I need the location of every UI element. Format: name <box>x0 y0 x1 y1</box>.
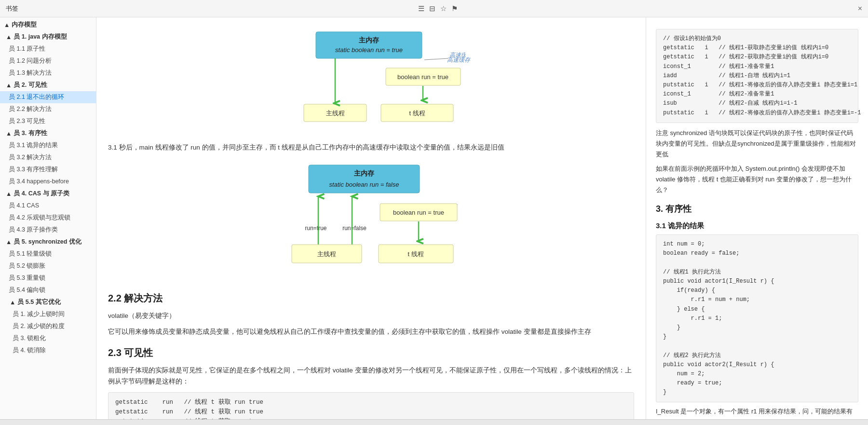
sidebar-sub-label-sync: 员 5. synchronized 优化 <box>14 238 81 246</box>
rp-body1: I_Result 是一个对象，有一个属性 r1 用来保存结果，问，可能的结果有几… <box>656 406 858 419</box>
top-bar-icons: ☰ ⊟ ☆ ⚑ <box>418 4 458 13</box>
tri-cas: ▲ <box>6 191 12 197</box>
tri-other: ▲ <box>10 299 15 306</box>
sidebar-item-5-5-2[interactable]: 员 2. 减少锁的粒度 <box>0 320 96 332</box>
svg-text:t 线程: t 线程 <box>409 110 425 117</box>
diagram1-svg: 主内存 static boolean run = true 高速缓存 boole… <box>277 27 465 133</box>
icon-list2[interactable]: ⊟ <box>429 4 435 13</box>
horizontal-scrollbar[interactable] <box>0 419 868 425</box>
sidebar-item-5-2[interactable]: 员 5.2 锁膨胀 <box>0 260 96 272</box>
tri-ordering: ▲ <box>6 130 12 137</box>
svg-text:主内存: 主内存 <box>354 169 374 177</box>
diagram1: 高速缓存 主内存 static boolean run = true 高速缓存 … <box>108 27 634 135</box>
diagram2-svg: 主内存 static boolean run = false 高速缓存 bool… <box>270 160 473 281</box>
sidebar-sub-label-cas: 员 4. CAS 与 原子类 <box>14 190 69 198</box>
icon-bookmark[interactable]: ☆ <box>440 4 447 13</box>
svg-text:run=true: run=true <box>305 225 326 232</box>
section-2-3-title: 2.3 可见性 <box>108 346 634 359</box>
sidebar-section-memory: ▲ 内存模型 ▲ 员 1. java 内存模型 员 1.1 原子性 员 1.2 … <box>0 17 96 357</box>
sidebar-item-5-5-4[interactable]: 员 4. 锁消除 <box>0 344 96 356</box>
sidebar-item-3-1[interactable]: 员 3.1 诡异的结果 <box>0 139 96 151</box>
svg-text:主线程: 主线程 <box>326 110 344 117</box>
sidebar-item-5-5-1[interactable]: 员 1. 减少上锁时间 <box>0 308 96 320</box>
annotation1: 高速缓存 <box>447 56 470 64</box>
sidebar-item-4-3[interactable]: 员 4.3 原子操作类 <box>0 224 96 236</box>
sidebar-item-1-2[interactable]: 员 1.2 问题分析 <box>0 55 96 67</box>
top-bar-title: 书签 <box>6 4 18 13</box>
icon-list1[interactable]: ☰ <box>418 4 424 13</box>
svg-text:主内存: 主内存 <box>359 36 379 44</box>
icon-flag[interactable]: ⚑ <box>451 4 458 13</box>
tri-java: ▲ <box>6 34 12 41</box>
sidebar-label-memory: 内存模型 <box>12 21 37 29</box>
sidebar-sub-other[interactable]: ▲ 员 5.5 其它优化 <box>0 296 96 308</box>
rp-sub-3-1-title: 3.1 诡异的结果 <box>656 221 858 231</box>
tri-sync: ▲ <box>6 239 12 246</box>
content-area: 高速缓存 主内存 static boolean run = true 高速缓存 … <box>96 17 868 419</box>
main-layout: ▲ 内存模型 ▲ 员 1. java 内存模型 员 1.1 原子性 员 1.2 … <box>0 17 868 419</box>
sidebar-sub-label-java: 员 1. java 内存模型 <box>14 33 67 41</box>
sidebar-sub-label-other: 员 5.5 其它优化 <box>17 298 60 306</box>
right-panel: // 假设i的初始值为0 getstatic i // 线程1-获取静态变量i的… <box>646 17 868 419</box>
sidebar-sub-label-visibility: 员 2. 可见性 <box>14 81 47 89</box>
rp-code-3-1: int num = 0; boolean ready = false; // 线… <box>656 234 858 402</box>
diagram2: 主内存 static boolean run = false 高速缓存 bool… <box>108 160 634 282</box>
sidebar-item-2-1[interactable]: 员 2.1 退不出的循环 <box>0 91 96 103</box>
sidebar-item-4-1[interactable]: 员 4.1 CAS <box>0 200 96 212</box>
sidebar-sub-ordering[interactable]: ▲ 员 3. 有序性 <box>0 127 96 139</box>
sidebar-item-2-3[interactable]: 员 2.3 可见性 <box>0 115 96 127</box>
svg-text:boolean run = true: boolean run = true <box>397 73 448 81</box>
sidebar-item-3-2[interactable]: 员 3.2 解决方法 <box>0 151 96 164</box>
sidebar-item-1-1[interactable]: 员 1.1 原子性 <box>0 43 96 55</box>
sidebar-item-2-2[interactable]: 员 2.2 解决方法 <box>0 103 96 115</box>
sidebar-sub-label-ordering: 员 3. 有序性 <box>14 129 47 137</box>
sidebar-sub-sync[interactable]: ▲ 员 5. synchronized 优化 <box>0 236 96 248</box>
rp-code-top: // 假设i的初始值为0 getstatic i // 线程1-获取静态变量i的… <box>656 29 858 123</box>
top-bar: 书签 ☰ ⊟ ☆ ⚑ × <box>0 0 868 17</box>
sidebar-sub-java-memory[interactable]: ▲ 员 1. java 内存模型 <box>0 31 96 43</box>
svg-text:t 线程: t 线程 <box>407 250 423 258</box>
svg-text:主线程: 主线程 <box>317 250 336 258</box>
sidebar-item-3-4[interactable]: 员 3.4 happens-before <box>0 176 96 188</box>
tri-memory: ▲ <box>4 22 10 28</box>
svg-line-3 <box>424 58 448 60</box>
section-2-3-code: getstatic run // 线程 t 获取 run true getsta… <box>108 392 634 419</box>
svg-text:static boolean run = true: static boolean run = true <box>335 46 403 54</box>
section-2-2-keyword: volatile（易变关键字） <box>108 311 634 322</box>
svg-text:static boolean run = false: static boolean run = false <box>329 181 399 188</box>
sidebar: ▲ 内存模型 ▲ 员 1. java 内存模型 员 1.1 原子性 员 1.2 … <box>0 17 96 419</box>
section-2-3-body: 前面例子体现的实际就是可见性，它保证的是在多个线程之间，一个线程对 volati… <box>108 365 634 387</box>
main-content: 高速缓存 主内存 static boolean run = true 高速缓存 … <box>96 17 646 419</box>
sidebar-item-5-3[interactable]: 员 5.3 重量锁 <box>0 272 96 284</box>
svg-text:run=false: run=false <box>342 225 366 232</box>
sidebar-item-4-2[interactable]: 员 4.2 乐观锁与悲观锁 <box>0 212 96 224</box>
close-button[interactable]: × <box>858 4 862 13</box>
sidebar-item-5-4[interactable]: 员 5.4 偏向锁 <box>0 284 96 296</box>
section-2-2-body: 它可以用来修饰成员变量和静态成员变量，他可以避免线程从自己的工作缓存中查找变量的… <box>108 327 634 338</box>
svg-text:boolean run = true: boolean run = true <box>393 209 444 216</box>
rp-section3-title: 3. 有序性 <box>656 203 858 215</box>
sidebar-item-5-5-3[interactable]: 员 3. 锁粗化 <box>0 332 96 344</box>
sidebar-item-5-1[interactable]: 员 5.1 轻量级锁 <box>0 248 96 260</box>
sidebar-sub-visibility[interactable]: ▲ 员 2. 可见性 <box>0 79 96 91</box>
tri-visibility: ▲ <box>6 82 12 89</box>
section-2-2-title: 2.2 解决方法 <box>108 292 634 305</box>
sidebar-item-3-3[interactable]: 员 3.3 有序性理解 <box>0 164 96 176</box>
rp-note1: 注意 synchronized 语句块既可以保证代码块的原子性，也同时保证代码块… <box>656 128 858 160</box>
sidebar-item-1-3[interactable]: 员 1.3 解决方法 <box>0 67 96 79</box>
rp-note2: 如果在前面示例的死循环中加入 System.out.println() 会发现即… <box>656 164 858 195</box>
sidebar-sub-cas[interactable]: ▲ 员 4. CAS 与 原子类 <box>0 188 96 200</box>
diagram1-caption: 3.1 秒后，main 线程修改了 run 的值，并同步至主存，而 t 线程是从… <box>108 142 634 153</box>
sidebar-header-memory[interactable]: ▲ 内存模型 <box>0 18 96 31</box>
